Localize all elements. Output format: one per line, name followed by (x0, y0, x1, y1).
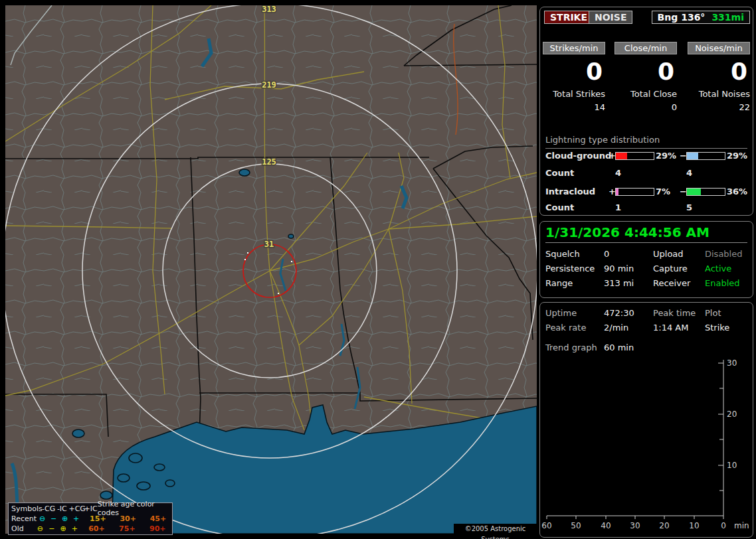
capture-label: Capture (653, 264, 705, 273)
legend-col-neg-ic: -IC (55, 504, 68, 513)
persistence-value: 90 min (604, 264, 653, 273)
cloud-ground-count-row: Count 4 4 (540, 168, 753, 179)
total-close-label: Total Close (614, 89, 677, 99)
x-tick-10: 10 (689, 521, 699, 530)
map-view[interactable]: 313 219 125 31 Symbols -CG -IC +CG +IC S… (5, 5, 537, 534)
cg-plus-count: 4 (615, 168, 621, 178)
total-noises-label: Total Noises (688, 89, 750, 99)
counters-panel: STRIKE NOISE Bng 136°331mi Strikes/min 0… (539, 7, 753, 216)
ic-minus-pct: 36% (727, 187, 747, 196)
trend-graph-setting: Trend graph 60 min (545, 343, 634, 352)
count-label: Count (545, 202, 574, 212)
neg-ic-old-icon: − (46, 524, 57, 533)
peak-time-value: 1:14 AM (653, 323, 705, 333)
legend-recent-row: Recent ⊖ − ⊕ + 15+ 30+ 45+ (9, 514, 172, 523)
capture-status: Active (705, 264, 750, 273)
legend-old-row: Old ⊖ − ⊕ + 60+ 75+ 90+ (9, 524, 172, 533)
total-strikes-value: 14 (543, 102, 605, 112)
trend-graph-label: Trend graph (545, 343, 604, 352)
squelch-label: Squelch (545, 249, 604, 259)
total-close-value: 0 (614, 102, 677, 112)
strikes-per-min-value: 0 (543, 58, 605, 85)
stats-panel: Uptime 472:30 Peak time Plot Peak rate 2… (539, 302, 753, 538)
noises-per-min-value: 0 (688, 58, 750, 85)
bearing-badge: Bng 136°331mi (652, 11, 750, 24)
stats-grid: Uptime 472:30 Peak time Plot Peak rate 2… (545, 308, 750, 333)
symbols-legend: Symbols -CG -IC +CG +IC Strike age color… (8, 502, 173, 535)
map-svg: 313 219 125 31 (5, 5, 537, 534)
ring-label-125: 125 (262, 157, 276, 167)
ic-minus-count: 5 (686, 202, 692, 212)
age-75: 75+ (111, 524, 142, 533)
close-per-min-value: 0 (614, 58, 677, 85)
range-value: 313 mi (604, 278, 653, 288)
x-tick-0: 0 (721, 521, 726, 530)
cg-plus-bar (615, 152, 654, 160)
legend-symbols-title: Symbols (9, 504, 42, 513)
uptime-label: Uptime (545, 308, 604, 318)
noises-per-min-chip[interactable]: Noises/min (688, 42, 750, 54)
plot-label: Plot (705, 308, 750, 318)
legend-col-pos-ic: +IC (84, 504, 97, 513)
intracloud-count-row: Count 1 5 (540, 202, 753, 213)
distribution-title: Lightning type distribution (545, 135, 747, 149)
cg-minus-count: 4 (686, 168, 692, 178)
peak-rate-label: Peak rate (545, 323, 604, 333)
ring-label-219: 219 (262, 80, 276, 90)
x-tick-50: 50 (571, 521, 581, 530)
cg-plus-pct: 29% (656, 151, 676, 161)
upload-label: Upload (653, 249, 705, 259)
status-grid: Squelch 0 Upload Disabled Persistence 90… (545, 249, 750, 288)
ic-minus-bar (686, 188, 725, 196)
legend-col-pos-cg: +CG (68, 504, 84, 513)
pos-cg-recent-icon: ⊕ (59, 514, 70, 523)
cg-minus-bar (686, 152, 725, 160)
pos-cg-old-icon: ⊕ (57, 524, 68, 533)
y-tick-10: 10 (727, 461, 737, 470)
pos-ic-recent-icon: + (70, 514, 82, 523)
noise-mode-button[interactable]: NOISE (589, 11, 632, 24)
trend-graph-value: 60 min (604, 343, 634, 352)
uptime-value: 472:30 (604, 308, 653, 318)
intracloud-label: Intracloud (545, 187, 595, 196)
receiver-label: Receiver (653, 278, 705, 288)
neg-cg-recent-icon: ⊖ (37, 514, 48, 523)
age-15: 15+ (82, 514, 112, 523)
x-tick-60: 60 (541, 521, 551, 530)
trend-axis-labels: 30 20 10 60 50 40 30 20 10 0 min (541, 358, 749, 530)
persistence-label: Persistence (545, 264, 604, 273)
cg-minus-pct: 29% (727, 151, 747, 161)
total-strikes-label: Total Strikes (543, 89, 605, 99)
count-label: Count (545, 168, 574, 178)
y-tick-30: 30 (727, 358, 737, 368)
squelch-value: 0 (604, 249, 653, 259)
ic-plus-count: 1 (615, 202, 621, 212)
total-noises-value: 22 (688, 102, 750, 112)
status-panel: 1/31/2026 4:44:56 AM Squelch 0 Upload Di… (539, 221, 753, 298)
close-per-min-chip[interactable]: Close/min (614, 42, 677, 54)
legend-header-row: Symbols -CG -IC +CG +IC Strike age color… (9, 504, 172, 513)
range-label: Range (545, 278, 604, 288)
ic-plus-bar (615, 188, 654, 196)
neg-cg-old-icon: ⊖ (35, 524, 46, 533)
x-tick-30: 30 (630, 521, 640, 530)
strikes-per-min-chip[interactable]: Strikes/min (543, 42, 605, 54)
x-tick-20: 20 (659, 521, 669, 530)
intracloud-row: Intracloud + 7% − 36% (540, 187, 753, 197)
bearing-distance: 331mi (711, 12, 744, 23)
peak-rate-value: 2/min (604, 323, 653, 333)
legend-col-neg-cg: -CG (42, 504, 55, 513)
strike-mode-button[interactable]: STRIKE (544, 11, 593, 24)
bearing-label: Bng 136° (658, 12, 706, 23)
receiver-status: Enabled (705, 278, 750, 288)
plot-mode-value: Strike (705, 323, 750, 333)
peak-time-label: Peak time (653, 308, 705, 318)
pos-ic-old-icon: + (69, 524, 80, 533)
legend-recent-label: Recent (9, 514, 37, 523)
datetime-display: 1/31/2026 4:44:56 AM (545, 224, 709, 240)
neg-ic-recent-icon: − (48, 514, 59, 523)
upload-status: Disabled (705, 249, 750, 259)
trend-axes (547, 360, 723, 519)
age-45: 45+ (142, 514, 172, 523)
strikes-counter-column: Strikes/min 0 Total Strikes 14 (543, 42, 605, 112)
